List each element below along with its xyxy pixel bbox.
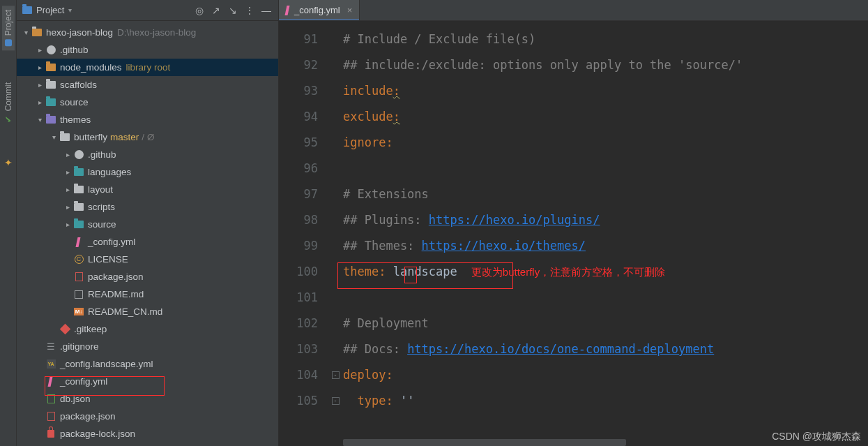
gitkeep-icon [59, 325, 71, 333]
editor-tab-config[interactable]: _config.yml × [279, 0, 360, 20]
tree-item-label: db.json [60, 390, 91, 408]
code-line[interactable]: exclude: [343, 104, 868, 130]
commit-tool-tab[interactable]: ✔ Commit [2, 78, 15, 128]
expand-icon[interactable]: ↗ [210, 5, 222, 16]
tree-item[interactable]: M↓README_CN.md [17, 303, 278, 320]
tree-item[interactable]: ▸scaffolds [17, 76, 278, 94]
tree-item[interactable]: README.md [17, 285, 278, 303]
project-icon [5, 39, 12, 46]
folder-icon [73, 186, 85, 193]
code-line[interactable]: # Extensions [343, 181, 868, 207]
tree-item-label: themes [60, 111, 91, 128]
tree-item-path: D:\hexo-jason-blog [117, 24, 196, 41]
tree-item[interactable]: db.json [17, 390, 278, 408]
code-line[interactable]: ## Docs: https://hexo.io/docs/one-comman… [343, 336, 868, 362]
code-line[interactable]: # Deployment [343, 311, 868, 336]
chevron-right-icon[interactable]: ▸ [63, 146, 73, 163]
project-tool-tab[interactable]: Project [2, 6, 15, 50]
line-number: 99 [279, 233, 328, 259]
chevron-right-icon[interactable]: ▸ [63, 198, 73, 216]
tree-item[interactable]: ☰.gitignore [17, 338, 278, 355]
chevron-down-icon[interactable]: ▾ [49, 128, 59, 146]
yml-file-icon [73, 237, 85, 247]
library-root-tag: library root [126, 59, 171, 76]
close-tab-icon[interactable]: × [347, 5, 353, 15]
file-tree[interactable]: ▾hexo-jason-blog D:\hexo-jason-blog▸.git… [17, 21, 278, 445]
folder-icon [45, 116, 57, 124]
fold-button[interactable]: - [332, 397, 340, 405]
text-file-icon: ☰ [45, 338, 57, 355]
locate-icon[interactable]: ◎ [193, 5, 206, 16]
commit-icon: ✔ [3, 115, 13, 125]
tree-item[interactable]: ▸.github [17, 41, 278, 59]
line-number: 96 [279, 156, 328, 181]
code-line[interactable]: theme: landscape更改为butterfly，注意前方空格，不可删除 [343, 259, 868, 285]
tree-item-label: scripts [88, 198, 115, 216]
yml-file-icon [285, 6, 290, 15]
tree-item[interactable]: package-lock.json [17, 425, 278, 443]
chevron-down-icon[interactable]: ▾ [35, 111, 45, 128]
sidebar-title[interactable]: Project [36, 5, 64, 15]
tree-item-label: butterfly [74, 128, 107, 146]
tree-item[interactable]: ▸node_moduleslibrary root [17, 59, 278, 76]
chevron-right-icon[interactable]: ▸ [63, 216, 73, 233]
folder-icon [45, 64, 57, 71]
code-line[interactable]: ignore: [343, 130, 868, 156]
fold-column[interactable]: -- [328, 21, 343, 446]
license-icon: C [73, 255, 85, 264]
chevron-right-icon[interactable]: ▸ [35, 76, 45, 94]
tree-item-label: README_CN.md [88, 303, 162, 320]
tree-item[interactable]: CLICENSE [17, 251, 278, 268]
tree-item[interactable]: ▾butterfly master/Ø [17, 128, 278, 146]
tree-item[interactable]: ▸source [17, 216, 278, 233]
tree-item[interactable]: ▸scripts [17, 198, 278, 216]
tree-item[interactable]: ▾themes [17, 111, 278, 128]
chevron-down-icon[interactable]: ▾ [21, 24, 31, 41]
chevron-right-icon[interactable]: ▸ [35, 94, 45, 111]
code-line[interactable]: # Include / Exclude file(s) [343, 27, 868, 52]
scrollbar-thumb[interactable] [343, 439, 626, 446]
tree-item[interactable]: _config.yml [17, 233, 278, 251]
sidebar-header: Project ▾ ◎ ↗ ↘ ⋮ — [17, 0, 278, 21]
chevron-right-icon[interactable]: ▸ [35, 59, 45, 76]
tree-root[interactable]: ▾hexo-jason-blog D:\hexo-jason-blog [17, 24, 278, 41]
tree-item-label: .gitignore [60, 338, 99, 355]
code-line[interactable]: ## Themes: https://hexo.io/themes/ [343, 233, 868, 259]
line-number: 91 [279, 27, 328, 52]
tree-item[interactable]: .gitkeep [17, 320, 278, 338]
tree-item-label: .github [60, 41, 89, 59]
tree-item[interactable]: ▸.github [17, 146, 278, 163]
tree-item[interactable]: package.json [17, 268, 278, 285]
json-file-icon [45, 412, 57, 421]
favorites-icon[interactable]: ✦ [4, 157, 13, 168]
code-line[interactable]: ## Plugins: https://hexo.io/plugins/ [343, 207, 868, 233]
tree-item[interactable]: YA_config.landscape.yml [17, 355, 278, 373]
chevron-right-icon[interactable]: ▸ [63, 163, 73, 181]
chevron-right-icon[interactable]: ▸ [63, 181, 73, 198]
fold-button[interactable]: - [332, 371, 340, 379]
code-editor[interactable]: 919293949596979899100101102103104105 -- … [279, 21, 868, 446]
minimize-icon[interactable]: — [260, 5, 273, 16]
tree-item[interactable]: ▸languages [17, 163, 278, 181]
chevron-right-icon[interactable]: ▸ [35, 41, 45, 59]
code-line[interactable] [343, 285, 868, 311]
tree-item[interactable]: ▸layout [17, 181, 278, 198]
collapse-icon[interactable]: ↘ [227, 5, 239, 16]
code-line[interactable]: ## include:/exclude: options only apply … [343, 52, 868, 78]
code-line[interactable]: include: [343, 78, 868, 104]
tree-item[interactable]: ▸source [17, 94, 278, 111]
code-line[interactable]: deploy: [343, 362, 868, 388]
code-line[interactable]: type: '' [343, 388, 868, 414]
tree-item-label: package.json [60, 408, 116, 425]
more-icon[interactable]: ⋮ [243, 5, 256, 16]
tree-item[interactable]: _config.yml [17, 373, 278, 390]
code-line[interactable] [343, 156, 868, 181]
line-gutter: 919293949596979899100101102103104105 [279, 21, 328, 446]
tree-item[interactable]: package.json [17, 408, 278, 425]
tree-item-label: source [60, 94, 89, 111]
tree-item-label: .gitkeep [74, 320, 107, 338]
project-sidebar: Project ▾ ◎ ↗ ↘ ⋮ — ▾hexo-jason-blog D:\… [17, 0, 279, 446]
code-content[interactable]: # Include / Exclude file(s)## include:/e… [343, 21, 868, 446]
chevron-down-icon[interactable]: ▾ [68, 6, 72, 14]
line-number: 95 [279, 130, 328, 156]
